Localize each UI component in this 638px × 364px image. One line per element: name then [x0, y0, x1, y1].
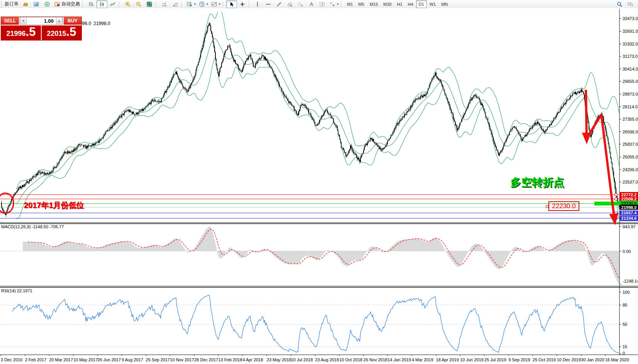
trendline-icon[interactable] — [274, 0, 284, 8]
candlestick-chart-icon — [99, 1, 105, 7]
buy-price[interactable]: 22015 .5 — [42, 25, 81, 40]
indicators-icon — [211, 1, 217, 7]
date-axis-label: 4 Apr 2018 — [242, 357, 263, 362]
hline-handle[interactable] — [615, 194, 617, 196]
dropdown-caret-icon: ▾ — [194, 2, 196, 6]
bollinger-upper-band — [16, 9, 619, 189]
text-label-icon[interactable]: T — [317, 0, 328, 8]
level-highlight-bar — [594, 202, 619, 206]
new-chart-icon[interactable]: ▾ — [185, 0, 197, 8]
fibonacci-icon[interactable]: F — [295, 0, 306, 8]
price-axis-label: 27355.0 — [623, 117, 638, 121]
price-tag-21998.0: 21998.0 — [620, 205, 638, 210]
date-axis-label: 3 Dec 2016 — [1, 357, 22, 362]
crosshair-icon — [239, 1, 245, 7]
data-feed-icon[interactable] — [42, 0, 52, 8]
tile-windows-icon[interactable] — [144, 0, 155, 8]
fibonacci-icon: F — [298, 1, 304, 7]
timeframe-mn[interactable]: MN — [438, 0, 450, 8]
date-axis-label: 4 Mar 2019 — [412, 357, 433, 362]
date-axis-label: 26 Jun 2017 — [98, 357, 121, 362]
sell-button[interactable]: SELL — [1, 17, 19, 25]
line-chart-icon[interactable] — [107, 0, 118, 8]
vertical-line-icon[interactable] — [252, 0, 263, 8]
volume-down-icon[interactable]: ▼ — [20, 17, 27, 24]
candlestick-chart-icon[interactable] — [96, 0, 107, 8]
annotation-2017-jan-low: 2017年1月份低位 — [24, 200, 84, 211]
auto-scroll-icon[interactable] — [159, 0, 170, 8]
date-axis-label: 20 Mar 2017 — [49, 357, 73, 362]
volume-field[interactable]: 1.00 — [27, 17, 56, 24]
date-axis-label: 23 May 2018 — [267, 357, 291, 362]
macd-indicator-label: MACD(12,26,9) -1148.50 -705.77 — [1, 224, 64, 229]
market-watch-icon[interactable] — [31, 0, 42, 8]
vertical-line-icon — [254, 1, 261, 7]
chat-button[interactable] — [625, 0, 636, 8]
arrows-icon — [329, 1, 335, 7]
timeframe-w1[interactable]: W1 — [427, 0, 439, 8]
market-watch-icon — [33, 1, 39, 7]
zoom-out-icon[interactable] — [133, 0, 144, 8]
chart-shift-icon[interactable] — [170, 0, 181, 8]
periods-clock-icon[interactable]: ▾ — [197, 0, 210, 8]
search-button[interactable] — [614, 0, 625, 8]
bar-chart-icon[interactable] — [86, 0, 96, 8]
equidistant-channel-icon[interactable]: E — [284, 0, 295, 8]
timeframe-m15[interactable]: M15 — [367, 0, 381, 8]
price-axis-label: 26596.0 — [623, 130, 638, 134]
volume-up-icon[interactable]: ▲ — [56, 17, 63, 24]
rsi-axis-label: 0 — [623, 351, 625, 356]
date-axis-label: 10 Nov 2017 — [170, 357, 194, 362]
periods-clock-icon — [199, 1, 205, 7]
timeframe-h1[interactable]: H1 — [394, 0, 405, 8]
date-axis-label: 2 Feb 2017 — [25, 357, 47, 362]
zoom-in-icon[interactable] — [122, 0, 133, 8]
date-axis-label: 28 Dec 2017 — [194, 357, 218, 362]
timeframe-m5[interactable]: M5 — [355, 0, 367, 8]
cursor-icon — [228, 1, 235, 7]
price-tag-21334.6: 21334.6 — [620, 216, 638, 221]
svg-text:T: T — [322, 2, 324, 6]
level-price-label[interactable]: 22230.0 — [548, 201, 579, 211]
data-feed-icon — [44, 1, 50, 7]
date-axis-label: 10 May 2017 — [73, 357, 98, 362]
timeframe-h4[interactable]: H4 — [405, 0, 416, 8]
margin-gold-icon[interactable] — [20, 0, 31, 8]
timeframe-d1[interactable]: D1 — [416, 0, 427, 8]
hline-handle[interactable] — [615, 198, 617, 200]
price-axis-label: 25055.0 — [623, 155, 638, 159]
chart-window[interactable]: ▲ HK50-,Daily22626.023364.021996.021998.… — [0, 8, 638, 364]
macd-axis-label: 0.00 — [623, 249, 631, 254]
macd-histogram — [0, 226, 619, 284]
text-icon: A — [308, 1, 315, 7]
date-axis-label: 9 Sep 2019 — [508, 357, 530, 362]
timeframe-m30[interactable]: M30 — [381, 0, 394, 8]
sell-price-frac: .5 — [26, 27, 36, 37]
date-axis-label: 10 Dec 2019 — [557, 357, 581, 362]
hline-handle[interactable] — [615, 212, 617, 214]
buy-button[interactable]: BUY — [64, 17, 81, 25]
timeframe-m1[interactable]: M1 — [344, 0, 355, 8]
new-chart-icon — [186, 1, 193, 7]
date-axis-label: 10 Oct 2018 — [339, 357, 362, 362]
indicators-icon[interactable]: ▾ — [210, 0, 222, 8]
text-icon[interactable]: A — [306, 0, 317, 8]
sell-price[interactable]: 21996 .5 — [1, 25, 41, 40]
crosshair-icon[interactable] — [237, 0, 248, 8]
auto-scroll-icon — [161, 1, 168, 7]
date-axis-label: 16 Mar 2020 — [605, 357, 629, 362]
chart-shift-icon — [172, 1, 178, 7]
date-axis-label: 10 Jul 2018 — [291, 357, 313, 362]
trend-arrows — [586, 90, 614, 219]
auto-trading-button[interactable]: 自动交易 — [52, 0, 81, 8]
price-axis-label: 24296.0 — [623, 167, 638, 172]
horizontal-line-icon[interactable] — [263, 0, 274, 8]
dropdown-caret-icon: ▾ — [337, 2, 338, 6]
new-order-button[interactable]: 新订单 — [3, 0, 20, 8]
macd-axis-label: 943.97 — [623, 224, 636, 229]
date-axis-label: 30 Jan 2020 — [581, 357, 604, 362]
cursor-icon[interactable] — [226, 0, 237, 8]
svg-text:A: A — [310, 2, 313, 7]
volume-stepper[interactable]: ▼ 1.00 ▲ — [20, 17, 63, 25]
arrows-icon[interactable]: ▾ — [328, 0, 340, 8]
